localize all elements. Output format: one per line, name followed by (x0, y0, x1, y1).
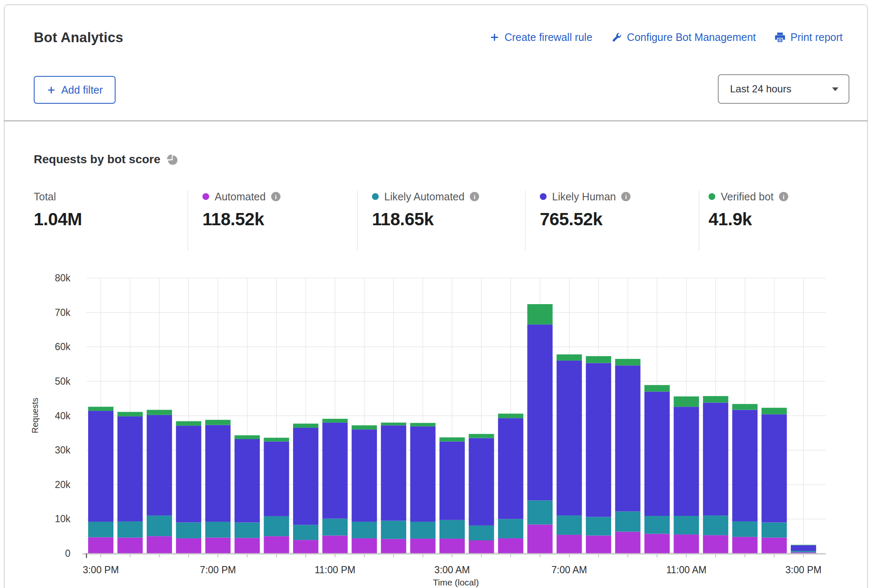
bar-segment-likely-automated[interactable] (264, 516, 289, 536)
bar-segment-likely-automated[interactable] (322, 519, 348, 536)
bar-segment-likely-human[interactable] (176, 426, 201, 522)
bar-segment-verified-bot[interactable] (352, 425, 377, 429)
add-filter-button[interactable]: Add filter (34, 76, 116, 104)
bar-segment-likely-human[interactable] (381, 425, 406, 521)
bar-segment-likely-automated[interactable] (527, 500, 552, 524)
bar-segment-automated[interactable] (293, 540, 318, 553)
bar-segment-likely-automated[interactable] (644, 516, 670, 534)
info-icon[interactable]: i (470, 192, 479, 201)
bar-segment-likely-human[interactable] (293, 428, 318, 525)
bar-segment-likely-automated[interactable] (205, 522, 231, 538)
bar-segment-likely-automated[interactable] (234, 523, 260, 538)
bar-segment-automated[interactable] (615, 532, 641, 553)
bar-segment-automated[interactable] (498, 538, 523, 553)
bar-segment-likely-automated[interactable] (762, 523, 787, 538)
bar-segment-automated[interactable] (703, 535, 728, 553)
bar-segment-likely-human[interactable] (732, 410, 757, 521)
bar-segment-likely-human[interactable] (469, 438, 494, 526)
bar-segment-automated[interactable] (732, 537, 757, 553)
info-icon[interactable]: i (779, 192, 788, 201)
bar-segment-automated[interactable] (410, 539, 436, 553)
configure-bot-management-link[interactable]: Configure Bot Management (611, 31, 756, 43)
bar-segment-automated[interactable] (527, 524, 552, 553)
bar-segment-verified-bot[interactable] (703, 396, 728, 403)
bar-segment-likely-automated[interactable] (469, 526, 494, 540)
bar-segment-likely-human[interactable] (498, 418, 523, 519)
bar-segment-automated[interactable] (469, 540, 494, 553)
bar-segment-likely-automated[interactable] (498, 519, 523, 538)
bar-segment-likely-automated[interactable] (586, 517, 611, 535)
bar-segment-likely-human[interactable] (703, 402, 728, 515)
bar-segment-likely-human[interactable] (205, 425, 231, 522)
bar-segment-likely-human[interactable] (264, 442, 289, 516)
bar-segment-automated[interactable] (205, 537, 231, 553)
bar-segment-likely-human[interactable] (410, 426, 436, 522)
bar-segment-verified-bot[interactable] (527, 304, 552, 324)
info-icon[interactable]: i (621, 192, 630, 201)
bar-segment-automated[interactable] (322, 536, 348, 553)
bar-segment-likely-human[interactable] (557, 361, 582, 515)
bar-segment-likely-human[interactable] (88, 411, 113, 522)
bar-segment-verified-bot[interactable] (176, 421, 201, 426)
bar-segment-verified-bot[interactable] (439, 437, 465, 442)
bar-segment-likely-automated[interactable] (293, 525, 318, 540)
info-icon[interactable]: i (271, 192, 280, 201)
bar-segment-likely-automated[interactable] (791, 551, 816, 552)
bar-segment-verified-bot[interactable] (410, 423, 436, 426)
bar-segment-likely-human[interactable] (322, 423, 348, 519)
bar-segment-likely-automated[interactable] (557, 515, 582, 535)
bar-segment-likely-automated[interactable] (615, 511, 641, 531)
bar-segment-likely-automated[interactable] (176, 523, 201, 539)
bar-segment-verified-bot[interactable] (674, 396, 699, 407)
bar-segment-automated[interactable] (117, 537, 143, 553)
bar-segment-automated[interactable] (674, 534, 699, 553)
bar-segment-verified-bot[interactable] (264, 438, 289, 442)
bar-segment-verified-bot[interactable] (88, 407, 113, 411)
bar-segment-likely-human[interactable] (762, 414, 787, 522)
bar-segment-likely-human[interactable] (615, 365, 641, 511)
bar-segment-verified-bot[interactable] (147, 410, 172, 415)
bar-segment-likely-automated[interactable] (703, 515, 728, 535)
bar-segment-verified-bot[interactable] (762, 408, 787, 415)
print-report-link[interactable]: Print report (774, 31, 843, 43)
bar-segment-likely-human[interactable] (117, 416, 143, 521)
bar-segment-verified-bot[interactable] (234, 435, 260, 439)
bar-segment-likely-automated[interactable] (352, 522, 377, 538)
bar-segment-automated[interactable] (234, 538, 260, 553)
bar-segment-automated[interactable] (352, 538, 377, 553)
bar-segment-automated[interactable] (439, 539, 465, 553)
bar-segment-likely-automated[interactable] (117, 521, 143, 537)
bar-segment-likely-human[interactable] (439, 442, 465, 520)
bar-segment-likely-human[interactable] (791, 545, 816, 551)
bar-segment-likely-human[interactable] (234, 439, 260, 523)
bar-segment-likely-automated[interactable] (674, 516, 699, 534)
bar-segment-automated[interactable] (381, 539, 406, 553)
bar-segment-likely-human[interactable] (586, 363, 611, 517)
bar-segment-likely-automated[interactable] (439, 520, 465, 539)
bar-segment-likely-automated[interactable] (88, 522, 113, 537)
bar-segment-likely-human[interactable] (147, 415, 172, 515)
bar-segment-likely-automated[interactable] (381, 521, 406, 539)
bar-segment-likely-human[interactable] (674, 407, 699, 516)
bar-segment-automated[interactable] (147, 536, 172, 553)
bar-segment-verified-bot[interactable] (381, 423, 406, 426)
bar-segment-automated[interactable] (644, 534, 670, 553)
bar-segment-verified-bot[interactable] (586, 356, 611, 363)
bar-segment-likely-automated[interactable] (732, 521, 757, 537)
create-firewall-rule-link[interactable]: Create firewall rule (489, 31, 592, 43)
bar-segment-verified-bot[interactable] (205, 420, 231, 425)
bar-segment-verified-bot[interactable] (615, 359, 641, 366)
bar-segment-verified-bot[interactable] (498, 414, 523, 418)
bar-segment-automated[interactable] (762, 537, 787, 553)
bar-segment-verified-bot[interactable] (322, 419, 348, 423)
bar-segment-verified-bot[interactable] (469, 434, 494, 438)
time-range-select[interactable]: Last 24 hours (718, 74, 849, 104)
bar-segment-likely-automated[interactable] (410, 522, 436, 539)
bar-segment-automated[interactable] (586, 536, 611, 553)
bar-segment-likely-human[interactable] (527, 324, 552, 500)
bar-segment-automated[interactable] (88, 537, 113, 553)
bar-segment-verified-bot[interactable] (557, 354, 582, 361)
bar-segment-verified-bot[interactable] (791, 545, 816, 545)
bar-segment-verified-bot[interactable] (117, 412, 143, 417)
bar-segment-automated[interactable] (557, 535, 582, 553)
